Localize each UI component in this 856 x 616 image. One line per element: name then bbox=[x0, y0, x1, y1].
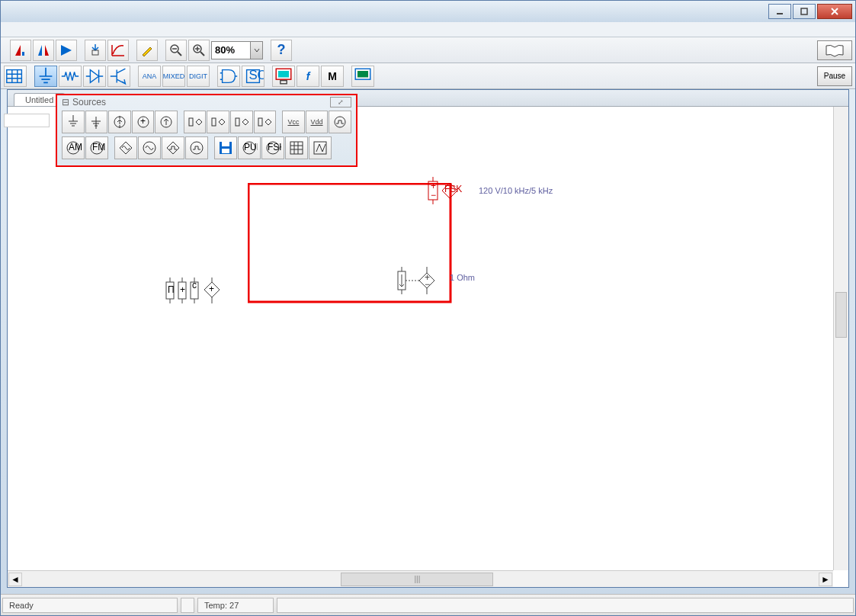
src-save-button[interactable] bbox=[214, 136, 237, 159]
src-fsk-button[interactable]: FSK bbox=[261, 136, 284, 159]
minimize-button[interactable] bbox=[768, 4, 791, 19]
svg-text:Π: Π bbox=[168, 284, 175, 295]
src-vdd-button[interactable]: Vdd bbox=[306, 111, 329, 133]
zoom-combo[interactable] bbox=[211, 41, 263, 59]
svg-rect-33 bbox=[189, 118, 193, 126]
probe-button[interactable] bbox=[85, 40, 106, 61]
digit-button[interactable]: DIGIT bbox=[187, 66, 210, 87]
status-sep bbox=[181, 598, 194, 613]
maximize-icon bbox=[800, 7, 809, 16]
ac-icon bbox=[158, 114, 175, 130]
left-group-symbol[interactable]: Π + c + bbox=[165, 276, 241, 306]
block-icon: SO bbox=[242, 66, 264, 87]
close-button[interactable] bbox=[817, 4, 852, 19]
gate-button[interactable] bbox=[217, 66, 240, 87]
svg-text:+: + bbox=[180, 284, 185, 295]
vcc-label: Vcc bbox=[287, 118, 299, 126]
src-clock-button[interactable] bbox=[329, 111, 351, 133]
svg-rect-6 bbox=[7, 69, 22, 82]
zoom-input[interactable] bbox=[212, 43, 250, 57]
zoom-out-button[interactable] bbox=[165, 40, 187, 61]
src-dep1-button[interactable] bbox=[184, 111, 207, 133]
schematic-canvas[interactable]: + − FSK 120 V/10 kHz/5 kHz + − bbox=[8, 107, 833, 570]
m-button[interactable]: M bbox=[321, 66, 344, 87]
svg-rect-46 bbox=[222, 149, 229, 153]
sources-button[interactable] bbox=[34, 66, 57, 87]
poly2-icon bbox=[312, 140, 329, 156]
diode-button[interactable] bbox=[83, 66, 106, 87]
src-pul-button[interactable]: PUL bbox=[238, 136, 261, 159]
grid-table-button[interactable] bbox=[4, 66, 27, 87]
zoom-in-icon bbox=[191, 43, 207, 58]
fsk-source-symbol[interactable]: + − FSK bbox=[427, 175, 480, 206]
ohm-label: 1 Ohm bbox=[450, 273, 475, 282]
titlebar bbox=[1, 1, 855, 22]
src-dc2-button[interactable]: + bbox=[132, 111, 155, 133]
pause-button[interactable]: Pause bbox=[817, 66, 852, 86]
src-square-diamond-button[interactable] bbox=[162, 136, 184, 159]
block-button[interactable]: SO bbox=[242, 66, 264, 87]
src-poly1-button[interactable] bbox=[285, 136, 308, 159]
hscroll-left[interactable]: ◄ bbox=[8, 573, 22, 586]
vertical-scrollbar[interactable] bbox=[833, 107, 848, 570]
src-poly2-button[interactable] bbox=[309, 136, 332, 159]
svg-rect-0 bbox=[777, 13, 783, 14]
src-sine-diamond-button[interactable] bbox=[114, 136, 137, 159]
src-ac-button[interactable] bbox=[155, 111, 178, 133]
zoom-in-button[interactable] bbox=[188, 40, 210, 61]
resistor-icon bbox=[59, 66, 81, 87]
flip-h-button[interactable] bbox=[10, 40, 31, 61]
transistor-button[interactable] bbox=[107, 66, 130, 87]
f-button[interactable]: f bbox=[297, 66, 319, 87]
src-chassis-button[interactable] bbox=[85, 111, 108, 133]
display-button[interactable] bbox=[272, 66, 295, 87]
mirror-button[interactable] bbox=[33, 40, 54, 61]
am-icon: AM bbox=[65, 140, 82, 156]
src-dep3-button[interactable] bbox=[230, 111, 253, 133]
src-ground-button[interactable] bbox=[62, 111, 85, 133]
palette-close-button[interactable]: ⤢ bbox=[330, 97, 351, 107]
sine-circle-icon bbox=[141, 140, 158, 156]
canvas-area[interactable]: + − FSK 120 V/10 kHz/5 kHz + − bbox=[8, 107, 833, 570]
component-toolbar: ANA MIXED DIGIT SO f M Pause bbox=[1, 63, 855, 89]
scope-button[interactable] bbox=[351, 66, 374, 87]
rotate-button[interactable] bbox=[56, 40, 77, 61]
horizontal-scrollbar[interactable]: ◄ ||| ► bbox=[8, 570, 833, 587]
sq-diamond-icon bbox=[165, 140, 181, 156]
resistor-button[interactable] bbox=[59, 66, 82, 87]
main-toolbar: ? bbox=[1, 37, 855, 63]
fsk-label: 120 V/10 kHz/5 kHz bbox=[479, 186, 553, 195]
src-am-button[interactable]: AM bbox=[62, 136, 85, 159]
help-button[interactable]: ? bbox=[271, 40, 292, 61]
svg-rect-36 bbox=[258, 118, 262, 126]
mixed-button[interactable]: MIXED bbox=[162, 66, 185, 87]
book-button[interactable] bbox=[817, 40, 852, 60]
svg-text:+: + bbox=[140, 116, 146, 127]
svg-text:+: + bbox=[209, 284, 214, 294]
src-dep4-button[interactable] bbox=[254, 111, 277, 133]
ana-button[interactable]: ANA bbox=[138, 66, 161, 87]
vscroll-thumb[interactable] bbox=[835, 292, 847, 338]
svg-rect-45 bbox=[222, 142, 229, 146]
hscroll-right[interactable]: ► bbox=[819, 573, 832, 586]
palette-header[interactable]: ⊟ Sources ⤢ bbox=[57, 95, 356, 109]
src-sine-circle-button[interactable] bbox=[138, 136, 161, 159]
graph-button[interactable] bbox=[107, 40, 129, 61]
hscroll-thumb[interactable]: ||| bbox=[341, 573, 493, 586]
menu-bar bbox=[1, 22, 855, 37]
src-dep2-button[interactable] bbox=[207, 111, 229, 133]
maximize-button[interactable] bbox=[793, 4, 816, 19]
zoom-dropdown-button[interactable] bbox=[250, 42, 262, 59]
src-vcc-button[interactable]: Vcc bbox=[282, 111, 305, 133]
book-icon bbox=[823, 43, 846, 58]
src-dc-button[interactable] bbox=[108, 111, 131, 133]
edit-button[interactable] bbox=[136, 40, 158, 61]
svg-rect-51 bbox=[290, 142, 303, 154]
src-fm-button[interactable]: FM bbox=[85, 136, 108, 159]
depsrc-symbol[interactable]: + − bbox=[396, 265, 450, 296]
pencil-icon bbox=[139, 43, 155, 58]
src-square-circle-button[interactable] bbox=[185, 136, 208, 159]
display-icon bbox=[273, 66, 294, 87]
svg-text:PUL: PUL bbox=[244, 142, 258, 152]
sources-palette[interactable]: ⊟ Sources ⤢ + Vcc Vdd AM FM bbox=[56, 94, 357, 167]
